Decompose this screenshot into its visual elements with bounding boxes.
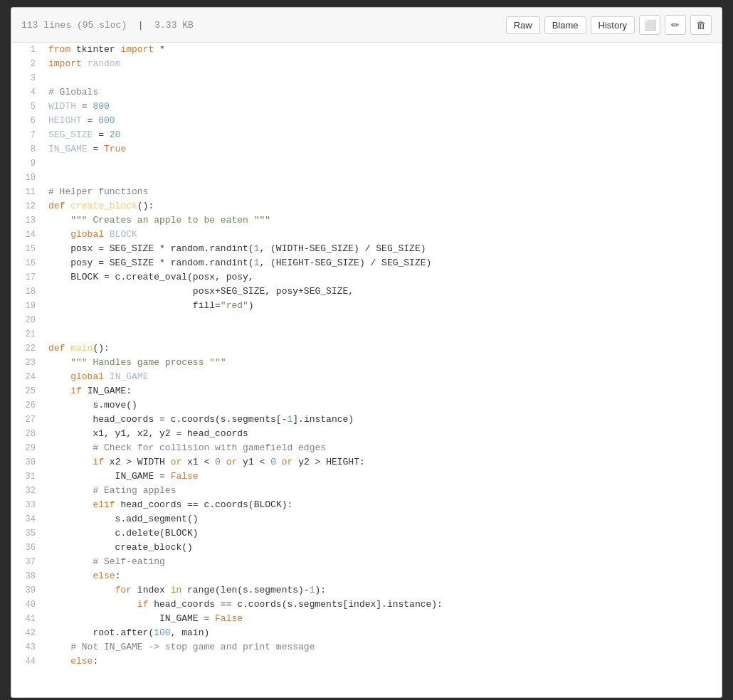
table-row: 6 HEIGHT = 600 [11, 114, 722, 128]
toolbar: Raw Blame History ⬜ ✏ 🗑 [506, 15, 712, 35]
table-row: 7 SEG_SIZE = 20 [11, 128, 722, 142]
table-row: 20 [11, 313, 722, 327]
file-size: 3.33 KB [154, 20, 194, 31]
table-row: 37 # Self-eating [11, 555, 722, 569]
table-row: 19 fill="red") [11, 299, 722, 313]
monitor-button[interactable]: ⬜ [639, 15, 660, 35]
monitor-icon: ⬜ [644, 19, 656, 31]
file-header: 113 lines (95 sloc) | 3.33 KB Raw Blame … [11, 8, 722, 43]
table-row: 2 import random [11, 57, 722, 71]
code-area[interactable]: 1 from tkinter import * 2 import random … [11, 43, 722, 697]
table-row: 28 x1, y1, x2, y2 = head_coords [11, 427, 722, 441]
table-row: 4 # Globals [11, 85, 722, 100]
history-button[interactable]: History [591, 16, 635, 34]
table-row: 27 head_coords = c.coords(s.segments[-1]… [11, 413, 722, 427]
table-row: 1 from tkinter import * [11, 43, 722, 57]
table-row: 30 if x2 > WIDTH or x1 < 0 or y1 < 0 or … [11, 455, 722, 470]
table-row: 34 s.add_segment() [11, 512, 722, 526]
delete-icon: 🗑 [696, 19, 706, 31]
line-count: 113 lines (95 sloc) [21, 20, 127, 31]
table-row: 16 posy = SEG_SIZE * random.randint(1, (… [11, 256, 722, 270]
table-row: 42 root.after(100, main) [11, 626, 722, 640]
table-row: 18 posx+SEG_SIZE, posy+SEG_SIZE, [11, 285, 722, 299]
table-row: 3 [11, 71, 722, 85]
table-row: 8 IN_GAME = True [11, 142, 722, 157]
table-row: 9 [11, 157, 722, 171]
table-row: 15 posx = SEG_SIZE * random.randint(1, (… [11, 242, 722, 256]
edit-icon: ✏ [671, 19, 680, 31]
edit-button[interactable]: ✏ [665, 15, 686, 35]
table-row: 21 [11, 327, 722, 341]
table-row: 41 IN_GAME = False [11, 612, 722, 626]
table-row: 14 global BLOCK [11, 228, 722, 242]
table-row: 44 else: [11, 654, 722, 669]
table-row: 26 s.move() [11, 398, 722, 413]
delete-button[interactable]: 🗑 [690, 15, 712, 35]
code-viewer: 113 lines (95 sloc) | 3.33 KB Raw Blame … [11, 7, 722, 698]
table-row: 22 def main(): [11, 341, 722, 356]
table-row: 40 if head_coords == c.coords(s.segments… [11, 598, 722, 612]
file-info: 113 lines (95 sloc) | 3.33 KB [21, 20, 194, 31]
table-row: 29 # Check for collision with gamefield … [11, 441, 722, 455]
table-row: 23 """ Handles game process """ [11, 356, 722, 370]
table-row: 31 IN_GAME = False [11, 470, 722, 484]
table-row: 35 c.delete(BLOCK) [11, 526, 722, 541]
blame-button[interactable]: Blame [544, 16, 586, 34]
table-row: 12 def create_block(): [11, 199, 722, 213]
raw-button[interactable]: Raw [506, 16, 540, 34]
table-row: 25 if IN_GAME: [11, 384, 722, 398]
table-row: 5 WIDTH = 800 [11, 100, 722, 114]
table-row: 24 global IN_GAME [11, 370, 722, 384]
table-row: 13 """ Creates an apple to be eaten """ [11, 213, 722, 228]
table-row: 36 create_block() [11, 541, 722, 555]
table-row: 43 # Not IN_GAME -> stop game and print … [11, 640, 722, 654]
table-row: 38 else: [11, 569, 722, 583]
table-row: 11 # Helper functions [11, 185, 722, 199]
table-row: 32 # Eating apples [11, 484, 722, 498]
table-row: 10 [11, 171, 722, 185]
table-row: 17 BLOCK = c.create_oval(posx, posy, [11, 270, 722, 285]
table-row: 33 elif head_coords == c.coords(BLOCK): [11, 498, 722, 512]
table-row: 39 for index in range(len(s.segments)-1)… [11, 583, 722, 598]
